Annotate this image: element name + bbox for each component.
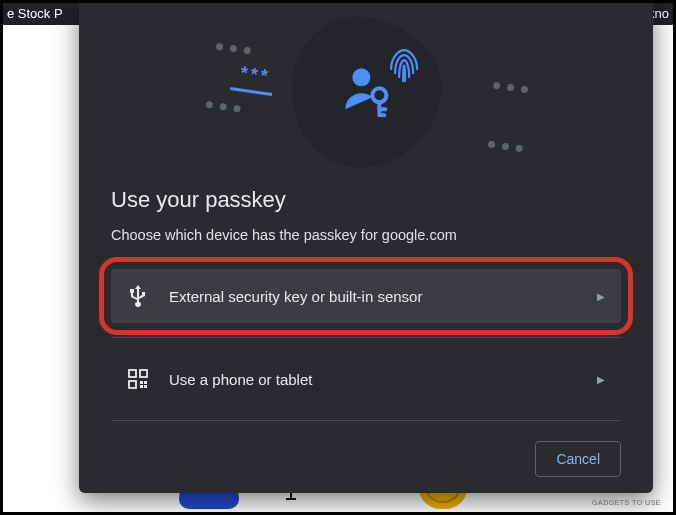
option-external-security-key[interactable]: External security key or built-in sensor… bbox=[111, 269, 621, 323]
svg-rect-6 bbox=[140, 381, 143, 384]
dots-decoration-icon bbox=[216, 43, 252, 55]
person-key-icon bbox=[339, 63, 393, 117]
watermark: GADGETS TO USE bbox=[592, 499, 661, 506]
password-stars-icon: *** bbox=[239, 62, 272, 87]
dots-decoration-icon bbox=[488, 141, 524, 153]
option-label: External security key or built-in sensor bbox=[169, 288, 422, 305]
qr-icon bbox=[127, 369, 149, 389]
passkey-dialog: *** Use your passkey Choose which device… bbox=[79, 3, 653, 493]
svg-rect-8 bbox=[140, 385, 143, 388]
option-phone-or-tablet[interactable]: Use a phone or tablet ▶ bbox=[111, 352, 621, 406]
option-highlight-wrap: External security key or built-in sensor… bbox=[111, 269, 621, 323]
svg-rect-9 bbox=[144, 381, 147, 384]
svg-rect-3 bbox=[129, 370, 136, 377]
svg-point-2 bbox=[372, 88, 386, 102]
divider bbox=[111, 337, 621, 338]
hero-illustration: *** bbox=[111, 3, 621, 183]
svg-rect-4 bbox=[140, 370, 147, 377]
option-label: Use a phone or tablet bbox=[169, 371, 312, 388]
topbar-left-text: e Stock P bbox=[7, 3, 63, 25]
dialog-footer: Cancel bbox=[111, 423, 621, 477]
svg-point-1 bbox=[352, 68, 370, 86]
fingerprint-icon bbox=[387, 47, 421, 85]
chevron-right-icon: ▶ bbox=[597, 374, 605, 385]
dialog-subtitle: Choose which device has the passkey for … bbox=[111, 227, 621, 243]
hero-blob: *** bbox=[281, 8, 450, 177]
divider bbox=[111, 420, 621, 421]
dots-decoration-icon bbox=[205, 101, 241, 113]
cancel-button[interactable]: Cancel bbox=[535, 441, 621, 477]
underline-decoration-icon bbox=[230, 87, 272, 96]
dots-decoration-icon bbox=[493, 82, 529, 94]
usb-icon bbox=[127, 285, 149, 307]
svg-rect-5 bbox=[129, 381, 136, 388]
chevron-right-icon: ▶ bbox=[597, 291, 605, 302]
svg-rect-7 bbox=[144, 385, 147, 388]
dialog-title: Use your passkey bbox=[111, 187, 621, 213]
